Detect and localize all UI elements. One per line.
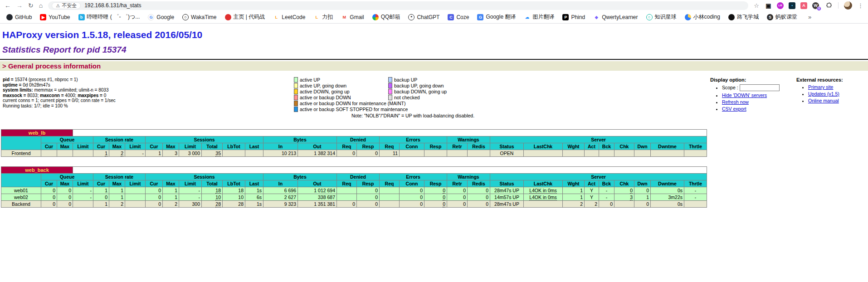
bookmark-item[interactable]: CCoze xyxy=(448,14,469,20)
extension-screenshot-icon[interactable]: ▪ xyxy=(788,2,796,10)
extension-lr-icon[interactable]: LR xyxy=(776,2,784,10)
forward-icon[interactable]: → xyxy=(16,2,23,9)
column-out: Out xyxy=(298,180,337,187)
table-title-link[interactable]: web_back xyxy=(25,167,49,173)
row-name: Frontend xyxy=(1,150,41,157)
stat-cell xyxy=(563,150,585,157)
stats-table-web_back: web_backQueueSession rateSessionsBytesDe… xyxy=(1,166,707,208)
bookmark-item[interactable]: QQ邮箱 xyxy=(372,13,400,21)
stat-value: 35 xyxy=(215,151,221,156)
column-max: Max xyxy=(163,143,179,150)
reload-icon[interactable]: ↻ xyxy=(28,2,34,9)
home-icon[interactable]: ⌂ xyxy=(39,2,43,9)
stat-value: 0 xyxy=(630,188,633,194)
column-resp: Resp xyxy=(357,143,380,150)
stat-cell: 0 xyxy=(337,201,357,208)
stat-cell xyxy=(599,150,614,157)
stat-cell: - xyxy=(73,187,93,194)
column-limit: Limit xyxy=(73,180,93,187)
stat-cell xyxy=(337,194,357,201)
display-option-link[interactable]: CSV export xyxy=(722,106,746,112)
row-name: Backend xyxy=(1,201,41,208)
table-title-web_back[interactable]: web_back xyxy=(1,167,73,174)
extensions-puzzle-icon[interactable] xyxy=(825,2,833,10)
bookmarks-overflow-icon[interactable]: » xyxy=(808,14,811,20)
divider-rule xyxy=(0,59,868,60)
extension-translate-icon[interactable]: A xyxy=(800,2,808,10)
bookmark-item[interactable]: ○WakaTime xyxy=(182,14,216,20)
legend-item: active DOWN, going up xyxy=(294,89,388,94)
stat-cell: 0s xyxy=(651,201,684,208)
menu-kebab-icon[interactable]: ⋮ xyxy=(858,2,863,9)
display-options: Display option: Scope : Hide 'DOWN' serv… xyxy=(710,77,796,113)
stat-cell: - xyxy=(179,187,202,194)
extension-wordpress-icon[interactable]: W6 xyxy=(812,2,819,10)
column-max: Max xyxy=(163,180,179,187)
bookmark-label: Coze xyxy=(456,14,469,20)
legend-item: backup UP xyxy=(388,77,487,83)
address-bar[interactable]: ⚠ 不安全 192.168.6.131/ha_stats xyxy=(48,1,748,10)
legend-label: active or backup DOWN for maintenance (M… xyxy=(300,101,405,106)
external-resource-link[interactable]: Online manual xyxy=(808,98,839,103)
bookmark-item[interactable]: ▶YouTube xyxy=(40,14,70,20)
profile-avatar[interactable] xyxy=(844,1,852,10)
bookmark-item[interactable]: ◆QwertyLearner xyxy=(593,14,638,20)
column-chk: Chk xyxy=(614,180,634,187)
bookmark-item[interactable]: PPhind xyxy=(562,14,585,20)
column-redis: Redis xyxy=(468,143,490,150)
legend-label: backup DOWN, going up xyxy=(394,89,447,94)
stat-cell xyxy=(684,150,707,157)
bookmark-item[interactable]: 小林coding xyxy=(685,13,720,21)
stat-cell: OPEN xyxy=(490,150,524,157)
column-cur: Cur xyxy=(93,180,109,187)
legend-label: active UP, going down xyxy=(300,83,346,88)
bookmark-item[interactable]: L力扣 xyxy=(313,13,333,21)
display-option-link[interactable]: Refresh now xyxy=(722,99,749,105)
stat-cell: 0 xyxy=(424,187,447,194)
column-group-server: Server xyxy=(490,136,707,143)
stat-cell: - xyxy=(684,187,707,194)
bookmark-item[interactable]: LLeetCode xyxy=(273,14,305,20)
stat-cell: 0 xyxy=(41,194,57,201)
process-info: pid = 15374 (process #1, nbproc = 1)upti… xyxy=(0,77,294,109)
security-chip[interactable]: ⚠ 不安全 xyxy=(52,2,81,9)
extension-icons: ▣LR▪AW6 xyxy=(765,2,819,10)
stat-cell: 14m57s UP xyxy=(490,194,524,201)
legend-item: active or backup DOWN for maintenance (M… xyxy=(294,101,487,106)
bookmark-item[interactable]: ☁图片翻译 xyxy=(524,13,554,21)
stat-cell: 28 xyxy=(223,201,245,208)
column-cur: Cur xyxy=(41,143,57,150)
stats-tables: web_lbQueueSession rateSessionsBytesDeni… xyxy=(0,129,868,208)
bookmark-item[interactable]: GGoogle 翻译 xyxy=(477,13,516,21)
stat-cell: 10 xyxy=(202,194,223,201)
extension-frame-icon[interactable]: ▣ xyxy=(765,2,772,10)
bookmark-item[interactable]: b哔哩哔哩 ( ゜- ゜)つ... xyxy=(78,13,140,21)
bookmark-item[interactable]: 主页 | 代码战 xyxy=(225,13,265,21)
column-last: Last xyxy=(245,143,263,150)
stat-cell: 18 xyxy=(223,187,245,194)
external-resource-link[interactable]: Primary site xyxy=(808,84,833,90)
scope-input[interactable] xyxy=(740,84,780,91)
bookmark-item[interactable]: 路飞学城 xyxy=(728,13,759,21)
stat-cell xyxy=(380,201,400,208)
display-option-link[interactable]: Hide 'DOWN' servers xyxy=(722,92,767,98)
stat-cell: 0 xyxy=(634,187,651,194)
stat-cell: 300 xyxy=(179,201,202,208)
table-title-web_lb[interactable]: web_lb xyxy=(1,130,73,136)
column-limit: Limit xyxy=(125,180,146,187)
page-title[interactable]: HAProxy version 1.5.18, released 2016/05… xyxy=(2,29,868,40)
bookmark-item[interactable]: GGoogle xyxy=(148,14,174,20)
table-title-link[interactable]: web_lb xyxy=(29,130,45,136)
table-subheader-row: CurMaxLimitCurMaxLimitCurMaxLimitTotalLb… xyxy=(1,143,707,150)
bookmark-item[interactable]: *ChatGPT xyxy=(408,14,439,20)
bookmark-item[interactable]: GitHub xyxy=(6,14,32,20)
bookmark-item[interactable]: ○知识星球 xyxy=(646,13,677,21)
bookmark-star-icon[interactable]: ☆ xyxy=(754,2,759,9)
external-resource-link[interactable]: Updates (v1.5) xyxy=(808,91,839,97)
bookmark-label: Google 翻译 xyxy=(486,13,516,21)
stat-cell: 0 xyxy=(146,194,163,201)
bookmark-item[interactable]: S蚂蚁课堂 xyxy=(767,13,797,21)
back-icon[interactable]: ← xyxy=(5,2,11,9)
bookmark-item[interactable]: MGmail xyxy=(341,14,364,20)
stat-cell: 0 xyxy=(447,194,468,201)
